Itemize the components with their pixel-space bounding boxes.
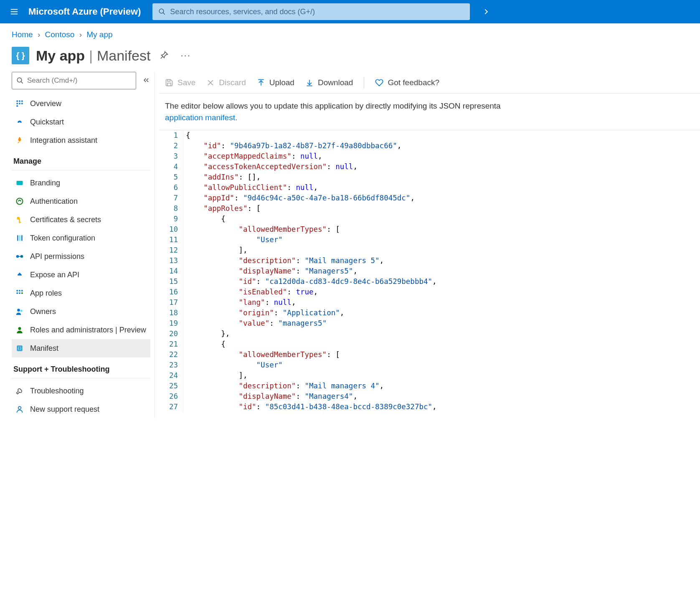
sidebar-item-label: Troubleshooting <box>30 387 84 395</box>
breadcrumb-contoso[interactable]: Contoso <box>45 30 75 39</box>
save-button[interactable]: Save <box>165 78 195 87</box>
svg-rect-33 <box>21 292 23 294</box>
hamburger-icon <box>10 7 19 16</box>
sidebar-item-owners[interactable]: Owners <box>12 302 150 321</box>
sidebar-item-label: Token configuration <box>30 234 95 243</box>
api-perm-icon <box>15 252 24 261</box>
sidebar-item-roles[interactable]: Roles and administrators | Preview <box>12 321 150 339</box>
cloud-shell-button[interactable] <box>476 0 497 23</box>
svg-point-6 <box>17 78 22 82</box>
sidebar-item-label: App roles <box>30 289 62 298</box>
page-title: My app <box>36 48 85 64</box>
svg-rect-21 <box>17 235 18 241</box>
svg-rect-9 <box>19 101 20 102</box>
download-label: Download <box>318 78 353 87</box>
manifest-icon: {} <box>15 344 24 353</box>
svg-rect-12 <box>19 103 20 104</box>
download-button[interactable]: Download <box>305 78 353 87</box>
svg-rect-40 <box>167 83 171 86</box>
search-icon <box>16 77 24 84</box>
sidebar-item-label: Certificates & secrets <box>30 215 101 224</box>
wrench-icon <box>15 386 24 395</box>
owners-icon <box>15 307 24 316</box>
sidebar-item-manifest[interactable]: {}Manifest <box>12 339 150 357</box>
sidebar-item-approles[interactable]: App roles <box>12 284 150 302</box>
sidebar-item-auth[interactable]: Authentication <box>12 192 150 210</box>
svg-rect-30 <box>21 290 23 291</box>
breadcrumb-sep: › <box>77 30 84 39</box>
pin-icon <box>160 51 169 60</box>
editor-code[interactable]: { "id": "9b46a97b-1a82-4b87-b27f-49a80db… <box>183 130 700 412</box>
toolbar-separator <box>364 77 364 89</box>
sidebar-item-expose[interactable]: Expose an API <box>12 266 150 284</box>
sidebar-search-input[interactable] <box>24 76 132 85</box>
sidebar-item-support[interactable]: New support request <box>12 400 150 418</box>
sidebar-item-key[interactable]: Certificates & secrets <box>12 210 150 229</box>
collapse-sidebar-button[interactable] <box>142 76 150 86</box>
manifest-icon: { } <box>12 47 29 64</box>
sidebar-item-label: Branding <box>30 179 60 187</box>
discard-icon <box>206 79 215 87</box>
support-icon <box>15 405 24 414</box>
branding-icon <box>15 178 24 187</box>
svg-text:{}: {} <box>18 346 22 350</box>
brand-label[interactable]: Microsoft Azure (Preview) <box>28 6 152 17</box>
sidebar-item-wrench[interactable]: Troubleshooting <box>12 382 150 400</box>
roles-icon <box>15 325 24 334</box>
auth-icon <box>15 197 24 206</box>
overview-icon <box>15 99 24 108</box>
svg-point-27 <box>19 273 20 274</box>
pin-button[interactable] <box>157 48 171 63</box>
rocket-icon <box>15 136 24 145</box>
sidebar-item-token[interactable]: Token configuration <box>12 229 150 247</box>
sidebar-item-label: Owners <box>30 307 56 316</box>
sidebar-item-branding[interactable]: Branding <box>12 174 150 192</box>
sidebar-item-label: Integration assistant <box>30 136 97 145</box>
editor-gutter: 1234567891011121314151617181920212223242… <box>159 130 183 412</box>
sidebar-item-quickstart[interactable]: Quickstart <box>12 113 150 131</box>
hamburger-menu-button[interactable] <box>0 0 28 23</box>
sidebar: OverviewQuickstartIntegration assistant … <box>0 72 155 418</box>
svg-line-7 <box>21 81 23 84</box>
sidebar-item-rocket[interactable]: Integration assistant <box>12 131 150 149</box>
svg-point-17 <box>17 198 23 205</box>
expose-icon <box>15 270 24 279</box>
heart-icon <box>375 79 383 87</box>
global-search-input[interactable] <box>166 8 464 16</box>
sidebar-item-api-perm[interactable]: API permissions <box>12 247 150 266</box>
svg-rect-23 <box>21 235 22 241</box>
main-content: Save Discard Upload Download Got feedbac… <box>155 72 700 418</box>
upload-label: Upload <box>269 78 294 87</box>
svg-rect-13 <box>21 103 23 104</box>
sidebar-item-overview[interactable]: Overview <box>12 94 150 113</box>
sidebar-item-label: Roles and administrators | Preview <box>30 326 146 334</box>
svg-point-3 <box>160 9 164 13</box>
breadcrumb-sep: › <box>35 30 43 39</box>
chevron-right-box-icon <box>482 7 491 16</box>
page-subtitle: Manifest <box>97 48 151 64</box>
sidebar-item-label: Overview <box>30 99 61 108</box>
svg-line-4 <box>163 13 165 15</box>
upload-button[interactable]: Upload <box>257 78 294 87</box>
sidebar-item-label: API permissions <box>30 252 84 261</box>
save-icon <box>165 79 173 87</box>
svg-rect-20 <box>19 222 21 223</box>
svg-rect-8 <box>17 101 18 102</box>
svg-line-5 <box>161 56 163 58</box>
manifest-doc-link[interactable]: application manifest. <box>165 113 237 122</box>
discard-button[interactable]: Discard <box>206 78 246 87</box>
quickstart-icon <box>15 117 24 127</box>
sidebar-item-label: New support request <box>30 405 99 414</box>
sidebar-search[interactable] <box>12 72 136 89</box>
section-manage: Manage <box>12 149 150 170</box>
breadcrumb-home[interactable]: Home <box>12 30 33 39</box>
json-editor[interactable]: 1234567891011121314151617181920212223242… <box>159 130 700 412</box>
svg-rect-32 <box>19 292 20 294</box>
more-button[interactable]: ··· <box>178 48 193 63</box>
feedback-button[interactable]: Got feedback? <box>375 78 439 87</box>
breadcrumb-myapp[interactable]: My app <box>86 30 112 39</box>
svg-point-36 <box>18 327 21 330</box>
svg-point-15 <box>19 122 20 123</box>
global-search[interactable] <box>152 3 470 20</box>
topbar: Microsoft Azure (Preview) <box>0 0 700 23</box>
